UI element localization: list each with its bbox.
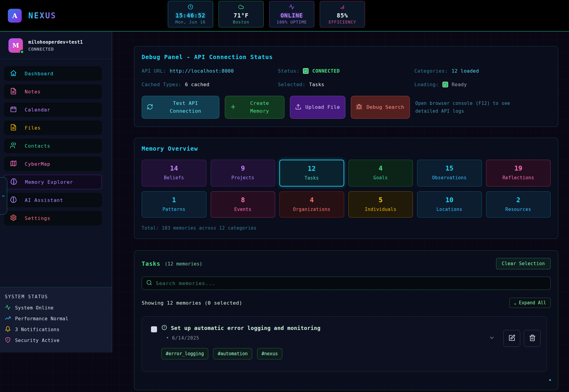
category-count: 5 xyxy=(350,196,412,204)
field-label: Cached Types: xyxy=(142,82,181,87)
category-count: 4 xyxy=(350,165,412,172)
category-count: 10 xyxy=(419,196,480,204)
field-cached-types: Cached Types: 6 cached xyxy=(142,82,278,87)
efficiency-label: EFFICIENCY xyxy=(329,20,356,24)
sidebar-item-files[interactable]: Files xyxy=(4,121,102,135)
uptime-label: 100% UPTIME xyxy=(277,20,307,24)
expand-all-label: Expand All xyxy=(519,300,546,306)
field-value: 12 loaded xyxy=(451,68,479,74)
alert-circle-icon xyxy=(161,325,167,332)
tasks-count: (12 memories) xyxy=(165,261,202,267)
plus-icon xyxy=(230,104,236,111)
field-value: Ready xyxy=(452,82,467,87)
check-icon: ✓ xyxy=(442,82,448,87)
debug-search-button[interactable]: Debug Search xyxy=(351,96,410,119)
tag-chip[interactable]: #error_logging xyxy=(161,348,208,359)
chevron-down-icon[interactable] xyxy=(489,335,495,342)
memory-category-grid: 14 Beliefs 9 Projects 12 Tasks 4 Goals xyxy=(142,160,551,218)
category-label: Observations xyxy=(419,175,480,180)
task-tags: #error_logging #automation #nexus xyxy=(161,348,489,359)
shield-icon xyxy=(5,337,11,344)
category-card-organizations[interactable]: 4 Organizations xyxy=(279,191,344,218)
sidebar-item-label: AI Assistant xyxy=(25,197,63,203)
sidebar-item-contacts[interactable]: Contacts xyxy=(4,139,102,153)
online-status: ONLINE xyxy=(281,12,303,19)
home-icon xyxy=(10,70,17,78)
status-label: 3 Notifications xyxy=(15,327,59,332)
check-icon: ✓ xyxy=(303,68,309,74)
sidebar-collapse-button[interactable]: ← xyxy=(0,177,7,215)
arrow-left-icon: ← xyxy=(2,193,5,199)
topbar: A NEXUS 15:46:52 Mon, Jun 16 71°F Boston xyxy=(0,0,569,32)
category-card-locations[interactable]: 10 Locations xyxy=(417,191,482,218)
sidebar-item-memory-explorer[interactable]: Memory Explorer xyxy=(4,175,102,189)
sidebar-item-settings[interactable]: Settings xyxy=(4,211,102,225)
task-checkbox[interactable] xyxy=(151,326,157,332)
clock-date: Mon, Jun 16 xyxy=(175,20,206,24)
task-date: • 6/14/2025 xyxy=(166,335,489,341)
category-card-patterns[interactable]: 1 Patterns xyxy=(142,191,206,218)
topbar-widgets: 15:46:52 Mon, Jun 16 71°F Boston ONLINE … xyxy=(168,1,365,27)
field-selected: Selected: Tasks xyxy=(278,82,414,87)
sidebar-item-notes[interactable]: Notes xyxy=(4,84,102,99)
category-count: 2 xyxy=(488,196,549,204)
scroll-up-indicator[interactable]: ▲ xyxy=(549,378,551,381)
test-api-connection-button[interactable]: Test API Connection xyxy=(142,96,219,119)
console-hint: Open browser console (F12) to see detail… xyxy=(415,96,515,115)
category-card-events[interactable]: 8 Events xyxy=(211,191,275,218)
bar-chart-icon xyxy=(339,4,345,11)
tasks-panel: Tasks (12 memories) Clear Selection Show… xyxy=(134,250,558,390)
category-count: 12 xyxy=(281,165,342,172)
search-input[interactable] xyxy=(156,281,546,286)
sidebar-item-dashboard[interactable]: Dashboard xyxy=(4,66,102,81)
create-memory-button[interactable]: Create Memory xyxy=(225,96,284,119)
category-card-tasks-selected[interactable]: 12 Tasks xyxy=(279,160,344,187)
category-card-projects[interactable]: 9 Projects xyxy=(211,160,275,187)
tasks-header: Tasks (12 memories) Clear Selection xyxy=(142,258,551,269)
efficiency-value: 85% xyxy=(337,12,348,19)
contacts-icon xyxy=(10,142,17,150)
category-card-reflections[interactable]: 19 Reflections xyxy=(486,160,551,187)
category-card-beliefs[interactable]: 14 Beliefs xyxy=(142,160,206,187)
category-card-goals[interactable]: 4 Goals xyxy=(348,160,413,187)
sidebar-item-calendar[interactable]: Calendar xyxy=(4,102,102,117)
debug-fields: API URL: http://localhost:8000 Status: ✓… xyxy=(142,68,551,87)
results-summary-row: Showing 12 memories (0 selected) ⌄ Expan… xyxy=(142,298,551,308)
sidebar-item-label: Settings xyxy=(25,215,50,221)
category-label: Tasks xyxy=(281,175,342,181)
edit-icon xyxy=(508,334,515,342)
chevron-down-icon: ⌄ xyxy=(514,300,517,306)
content-row: M milohooperdev+test1 CONNECTED Dashboar… xyxy=(0,32,569,392)
sidebar-item-cybermap[interactable]: CyberMap xyxy=(4,157,102,171)
sidebar-item-label: Memory Explorer xyxy=(25,179,73,185)
category-count: 4 xyxy=(281,196,343,204)
category-card-resources[interactable]: 2 Resources xyxy=(486,191,551,218)
file-icon xyxy=(10,124,17,132)
edit-task-button[interactable] xyxy=(503,330,520,347)
field-label: Selected: xyxy=(278,82,305,87)
upload-file-button[interactable]: Upload File xyxy=(290,96,345,119)
category-label: Events xyxy=(212,207,274,212)
sidebar-item-ai-assistant[interactable]: AI Assistant xyxy=(4,193,102,207)
tag-chip[interactable]: #automation xyxy=(213,348,252,359)
online-widget: ONLINE 100% UPTIME xyxy=(269,1,314,27)
brain-icon xyxy=(10,196,17,204)
expand-all-button[interactable]: ⌄ Expand All xyxy=(509,298,551,308)
button-label: Debug Search xyxy=(366,103,405,111)
delete-task-button[interactable] xyxy=(524,330,541,347)
category-card-observations[interactable]: 15 Observations xyxy=(417,160,482,187)
clock-widget: 15:46:52 Mon, Jun 16 xyxy=(168,1,213,27)
weather-widget: 71°F Boston xyxy=(218,1,264,27)
category-label: Locations xyxy=(419,207,480,212)
results-summary: Showing 12 memories (0 selected) xyxy=(142,300,242,306)
field-status: Status: ✓ CONNECTED xyxy=(278,68,414,74)
category-card-individuals[interactable]: 5 Individuals xyxy=(348,191,413,218)
tasks-title: Tasks xyxy=(142,260,160,267)
clear-selection-button[interactable]: Clear Selection xyxy=(496,258,551,269)
bug-icon xyxy=(356,104,362,111)
field-value: Tasks xyxy=(309,82,325,87)
sidebar-item-label: Dashboard xyxy=(25,71,54,77)
status-notifications: 3 Notifications xyxy=(5,326,107,333)
tag-chip[interactable]: #nexus xyxy=(257,348,282,359)
category-count: 1 xyxy=(143,196,205,204)
